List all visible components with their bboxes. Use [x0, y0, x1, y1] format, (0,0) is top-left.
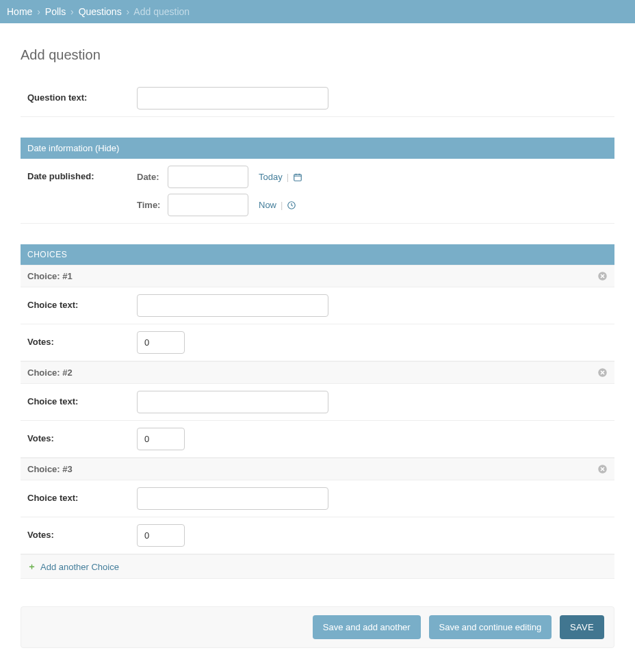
time-row: Time: Now |: [137, 194, 608, 216]
delete-choice-button[interactable]: [597, 271, 608, 281]
votes-input[interactable]: [137, 428, 185, 450]
inline-header-label: Choice: #2: [27, 367, 73, 378]
today-link[interactable]: Today |: [259, 172, 302, 182]
form-row-choice-text: Choice text:: [21, 287, 614, 324]
question-fieldset: Question text:: [21, 80, 614, 117]
hide-link[interactable]: (Hide): [95, 143, 119, 153]
breadcrumb-model[interactable]: Questions: [79, 6, 122, 17]
choice-text-label: Choice text:: [27, 487, 137, 503]
votes-input[interactable]: [137, 331, 185, 354]
choice-text-input[interactable]: [137, 391, 328, 413]
save-continue-button[interactable]: Save and continue editing: [429, 615, 552, 639]
save-button[interactable]: SAVE: [560, 615, 604, 639]
add-another-choice-link[interactable]: ＋ Add another Choice: [27, 560, 119, 573]
date-input[interactable]: [168, 166, 248, 188]
content: Add question Question text: Date informa…: [0, 23, 635, 672]
date-published-label: Date published:: [27, 166, 137, 181]
close-circle-icon: [597, 271, 608, 281]
date-information-fieldset: Date information (Hide) Date published: …: [21, 138, 614, 224]
votes-label: Votes:: [27, 331, 137, 347]
delete-choice-button[interactable]: [597, 464, 608, 474]
choice-text-label: Choice text:: [27, 294, 137, 310]
inline-header: Choice: #1: [21, 265, 614, 287]
close-circle-icon: [597, 464, 608, 474]
inline-header: Choice: #2: [21, 361, 614, 384]
clock-icon[interactable]: [287, 201, 296, 210]
date-information-title: Date information: [27, 143, 92, 153]
breadcrumb-sep: ›: [35, 6, 42, 17]
breadcrumb-home[interactable]: Home: [7, 6, 32, 17]
calendar-icon[interactable]: [293, 172, 302, 182]
form-row-votes: Votes:: [21, 324, 614, 361]
add-another-row: ＋ Add another Choice: [21, 554, 614, 579]
date-row: Date: Today |: [137, 166, 608, 188]
now-link-label: Now: [259, 200, 276, 210]
form-row-choice-text: Choice text:: [21, 384, 614, 421]
shortcut-sep: |: [283, 172, 293, 182]
plus-icon: ＋: [27, 560, 36, 573]
close-circle-icon: [597, 367, 608, 378]
form-row-date-published: Date published: Date: Today | Time:: [21, 159, 614, 224]
breadcrumb-app[interactable]: Polls: [45, 6, 66, 17]
inline-header-label: Choice: #3: [27, 464, 73, 474]
date-information-heading: Date information (Hide): [21, 138, 614, 159]
question-text-input[interactable]: [137, 87, 328, 109]
form-row-question-text: Question text:: [21, 80, 614, 117]
breadcrumb: Home › Polls › Questions › Add question: [0, 0, 635, 23]
inline-header: Choice: #3: [21, 458, 614, 480]
time-input[interactable]: [168, 194, 248, 216]
breadcrumb-sep: ›: [68, 6, 76, 17]
delete-choice-button[interactable]: [597, 367, 608, 378]
breadcrumb-current: Add question: [133, 6, 190, 17]
date-sublabel: Date:: [137, 172, 168, 182]
today-link-label: Today: [259, 172, 283, 182]
form-row-votes: Votes:: [21, 421, 614, 458]
choices-inline-group: CHOICES Choice: #1 Choice text: Votes: C: [21, 244, 614, 579]
question-text-label: Question text:: [27, 87, 137, 103]
time-sublabel: Time:: [137, 200, 168, 210]
votes-label: Votes:: [27, 428, 137, 443]
votes-label: Votes:: [27, 524, 137, 540]
page-title: Add question: [21, 47, 614, 63]
save-add-another-button[interactable]: Save and add another: [313, 615, 421, 639]
breadcrumb-sep: ›: [125, 6, 132, 17]
votes-input[interactable]: [137, 524, 185, 547]
choice-text-label: Choice text:: [27, 391, 137, 406]
submit-row: Save and add another Save and continue e…: [21, 606, 614, 648]
shortcut-sep: |: [276, 200, 287, 210]
choices-heading: CHOICES: [21, 244, 614, 265]
form-row-choice-text: Choice text:: [21, 480, 614, 517]
form-row-votes: Votes:: [21, 517, 614, 554]
choice-text-input[interactable]: [137, 487, 328, 510]
choice-text-input[interactable]: [137, 294, 328, 317]
svg-rect-0: [294, 174, 302, 180]
add-another-label: Add another Choice: [40, 562, 119, 572]
inline-header-label: Choice: #1: [27, 271, 73, 281]
now-link[interactable]: Now |: [259, 200, 296, 210]
